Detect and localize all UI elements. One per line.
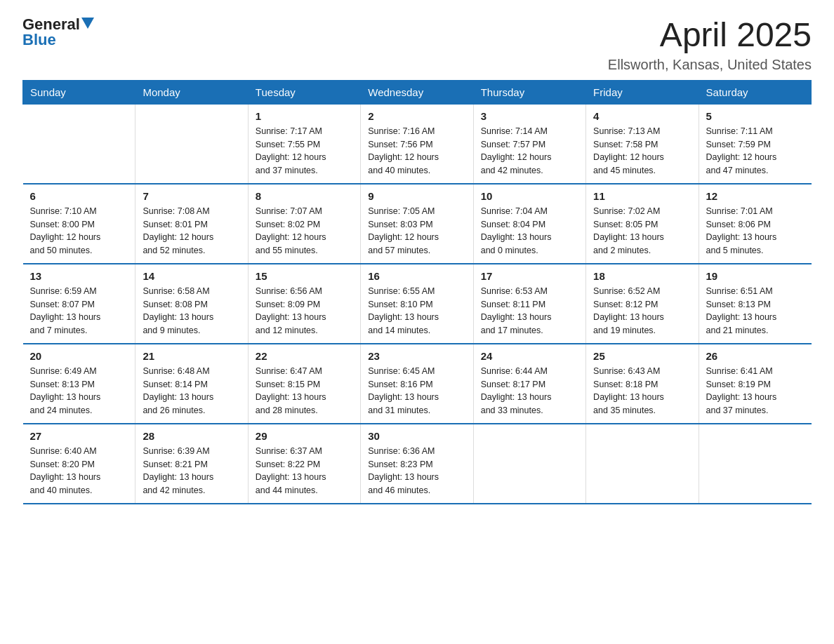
day-number: 21 bbox=[143, 350, 240, 362]
day-info: Sunrise: 6:37 AMSunset: 8:22 PMDaylight:… bbox=[256, 445, 353, 497]
day-number: 15 bbox=[256, 270, 353, 282]
day-info: Sunrise: 6:41 AMSunset: 8:19 PMDaylight:… bbox=[706, 365, 805, 417]
title-block: April 2025 Ellsworth, Kansas, United Sta… bbox=[608, 17, 812, 73]
day-info: Sunrise: 6:45 AMSunset: 8:16 PMDaylight:… bbox=[368, 365, 465, 417]
day-info: Sunrise: 7:17 AMSunset: 7:55 PMDaylight:… bbox=[256, 125, 353, 177]
logo: General Blue bbox=[22, 17, 94, 48]
day-number: 30 bbox=[368, 430, 465, 442]
calendar-cell: 29Sunrise: 6:37 AMSunset: 8:22 PMDayligh… bbox=[248, 424, 360, 504]
day-number: 7 bbox=[143, 190, 240, 202]
calendar-header: SundayMondayTuesdayWednesdayThursdayFrid… bbox=[23, 80, 812, 104]
day-number: 11 bbox=[593, 190, 691, 202]
logo-triangle-icon bbox=[81, 18, 94, 29]
day-number: 13 bbox=[30, 270, 128, 282]
calendar-cell: 9Sunrise: 7:05 AMSunset: 8:03 PMDaylight… bbox=[361, 184, 473, 264]
calendar-cell: 15Sunrise: 6:56 AMSunset: 8:09 PMDayligh… bbox=[248, 264, 360, 344]
calendar-cell: 2Sunrise: 7:16 AMSunset: 7:56 PMDaylight… bbox=[361, 104, 473, 184]
day-info: Sunrise: 6:43 AMSunset: 8:18 PMDaylight:… bbox=[593, 365, 691, 417]
day-info: Sunrise: 7:13 AMSunset: 7:58 PMDaylight:… bbox=[593, 125, 691, 177]
calendar-cell: 8Sunrise: 7:07 AMSunset: 8:02 PMDaylight… bbox=[248, 184, 360, 264]
calendar-cell: 23Sunrise: 6:45 AMSunset: 8:16 PMDayligh… bbox=[361, 344, 473, 424]
logo-blue-text: Blue bbox=[22, 31, 56, 48]
calendar-cell: 26Sunrise: 6:41 AMSunset: 8:19 PMDayligh… bbox=[699, 344, 811, 424]
day-info: Sunrise: 6:44 AMSunset: 8:17 PMDaylight:… bbox=[481, 365, 578, 417]
calendar-cell: 27Sunrise: 6:40 AMSunset: 8:20 PMDayligh… bbox=[23, 424, 135, 504]
day-info: Sunrise: 6:59 AMSunset: 8:07 PMDaylight:… bbox=[30, 285, 128, 337]
calendar-table: SundayMondayTuesdayWednesdayThursdayFrid… bbox=[22, 80, 812, 504]
calendar-week-1: 1Sunrise: 7:17 AMSunset: 7:55 PMDaylight… bbox=[23, 104, 812, 184]
day-header-tuesday: Tuesday bbox=[248, 80, 360, 104]
day-number: 1 bbox=[256, 110, 353, 122]
calendar-cell bbox=[473, 424, 585, 504]
calendar-cell bbox=[586, 424, 699, 504]
calendar-cell: 14Sunrise: 6:58 AMSunset: 8:08 PMDayligh… bbox=[135, 264, 248, 344]
calendar-cell: 10Sunrise: 7:04 AMSunset: 8:04 PMDayligh… bbox=[473, 184, 585, 264]
day-info: Sunrise: 6:52 AMSunset: 8:12 PMDaylight:… bbox=[593, 285, 691, 337]
day-number: 17 bbox=[481, 270, 578, 282]
day-info: Sunrise: 7:01 AMSunset: 8:06 PMDaylight:… bbox=[706, 205, 805, 257]
calendar-cell: 6Sunrise: 7:10 AMSunset: 8:00 PMDaylight… bbox=[23, 184, 135, 264]
calendar-cell: 19Sunrise: 6:51 AMSunset: 8:13 PMDayligh… bbox=[699, 264, 811, 344]
day-info: Sunrise: 6:47 AMSunset: 8:15 PMDaylight:… bbox=[256, 365, 353, 417]
calendar-cell bbox=[23, 104, 135, 184]
page-title: April 2025 bbox=[608, 17, 812, 54]
day-number: 6 bbox=[30, 190, 128, 202]
calendar-week-5: 27Sunrise: 6:40 AMSunset: 8:20 PMDayligh… bbox=[23, 424, 812, 504]
day-info: Sunrise: 7:16 AMSunset: 7:56 PMDaylight:… bbox=[368, 125, 465, 177]
day-number: 20 bbox=[30, 350, 128, 362]
calendar-cell bbox=[699, 424, 811, 504]
day-number: 3 bbox=[481, 110, 578, 122]
day-info: Sunrise: 6:49 AMSunset: 8:13 PMDaylight:… bbox=[30, 365, 128, 417]
calendar-cell: 21Sunrise: 6:48 AMSunset: 8:14 PMDayligh… bbox=[135, 344, 248, 424]
day-number: 22 bbox=[256, 350, 353, 362]
page-header: General Blue April 2025 Ellsworth, Kansa… bbox=[22, 17, 812, 73]
day-info: Sunrise: 6:53 AMSunset: 8:11 PMDaylight:… bbox=[481, 285, 578, 337]
day-info: Sunrise: 7:10 AMSunset: 8:00 PMDaylight:… bbox=[30, 205, 128, 257]
day-number: 26 bbox=[706, 350, 805, 362]
day-info: Sunrise: 6:39 AMSunset: 8:21 PMDaylight:… bbox=[143, 445, 240, 497]
calendar-cell: 3Sunrise: 7:14 AMSunset: 7:57 PMDaylight… bbox=[473, 104, 585, 184]
calendar-cell bbox=[135, 104, 248, 184]
day-info: Sunrise: 6:51 AMSunset: 8:13 PMDaylight:… bbox=[706, 285, 805, 337]
day-header-wednesday: Wednesday bbox=[361, 80, 473, 104]
day-number: 28 bbox=[143, 430, 240, 442]
calendar-cell: 16Sunrise: 6:55 AMSunset: 8:10 PMDayligh… bbox=[361, 264, 473, 344]
calendar-cell: 5Sunrise: 7:11 AMSunset: 7:59 PMDaylight… bbox=[699, 104, 811, 184]
calendar-cell: 1Sunrise: 7:17 AMSunset: 7:55 PMDaylight… bbox=[248, 104, 360, 184]
day-info: Sunrise: 6:58 AMSunset: 8:08 PMDaylight:… bbox=[143, 285, 240, 337]
day-number: 24 bbox=[481, 350, 578, 362]
day-info: Sunrise: 7:07 AMSunset: 8:02 PMDaylight:… bbox=[256, 205, 353, 257]
day-info: Sunrise: 6:48 AMSunset: 8:14 PMDaylight:… bbox=[143, 365, 240, 417]
day-info: Sunrise: 6:55 AMSunset: 8:10 PMDaylight:… bbox=[368, 285, 465, 337]
day-number: 19 bbox=[706, 270, 805, 282]
calendar-cell: 28Sunrise: 6:39 AMSunset: 8:21 PMDayligh… bbox=[135, 424, 248, 504]
day-header-sunday: Sunday bbox=[23, 80, 135, 104]
day-number: 5 bbox=[706, 110, 805, 122]
day-number: 8 bbox=[256, 190, 353, 202]
calendar-cell: 18Sunrise: 6:52 AMSunset: 8:12 PMDayligh… bbox=[586, 264, 699, 344]
day-number: 18 bbox=[593, 270, 691, 282]
day-info: Sunrise: 7:04 AMSunset: 8:04 PMDaylight:… bbox=[481, 205, 578, 257]
calendar-cell: 13Sunrise: 6:59 AMSunset: 8:07 PMDayligh… bbox=[23, 264, 135, 344]
day-number: 14 bbox=[143, 270, 240, 282]
day-info: Sunrise: 7:02 AMSunset: 8:05 PMDaylight:… bbox=[593, 205, 691, 257]
calendar-body: 1Sunrise: 7:17 AMSunset: 7:55 PMDaylight… bbox=[23, 104, 812, 504]
day-header-saturday: Saturday bbox=[699, 80, 811, 104]
day-number: 4 bbox=[593, 110, 691, 122]
calendar-cell: 17Sunrise: 6:53 AMSunset: 8:11 PMDayligh… bbox=[473, 264, 585, 344]
day-info: Sunrise: 7:05 AMSunset: 8:03 PMDaylight:… bbox=[368, 205, 465, 257]
day-number: 2 bbox=[368, 110, 465, 122]
calendar-cell: 22Sunrise: 6:47 AMSunset: 8:15 PMDayligh… bbox=[248, 344, 360, 424]
day-headers-row: SundayMondayTuesdayWednesdayThursdayFrid… bbox=[23, 80, 812, 104]
day-number: 12 bbox=[706, 190, 805, 202]
calendar-cell: 11Sunrise: 7:02 AMSunset: 8:05 PMDayligh… bbox=[586, 184, 699, 264]
day-number: 9 bbox=[368, 190, 465, 202]
day-info: Sunrise: 6:40 AMSunset: 8:20 PMDaylight:… bbox=[30, 445, 128, 497]
calendar-week-4: 20Sunrise: 6:49 AMSunset: 8:13 PMDayligh… bbox=[23, 344, 812, 424]
day-info: Sunrise: 6:36 AMSunset: 8:23 PMDaylight:… bbox=[368, 445, 465, 497]
calendar-cell: 24Sunrise: 6:44 AMSunset: 8:17 PMDayligh… bbox=[473, 344, 585, 424]
day-header-monday: Monday bbox=[135, 80, 248, 104]
day-header-thursday: Thursday bbox=[473, 80, 585, 104]
day-info: Sunrise: 7:11 AMSunset: 7:59 PMDaylight:… bbox=[706, 125, 805, 177]
day-number: 25 bbox=[593, 350, 691, 362]
